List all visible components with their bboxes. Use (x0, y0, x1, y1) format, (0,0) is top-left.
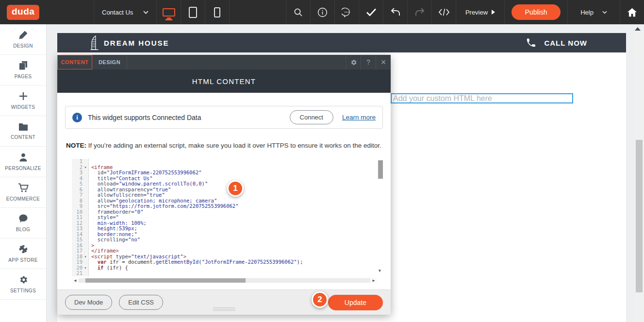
home-button[interactable] (620, 0, 644, 24)
page-scrollbar-thumb[interactable] (636, 140, 643, 292)
code-icon (438, 8, 450, 17)
redo-icon (414, 7, 425, 17)
sidebar-item-ecommerce[interactable]: ECOMMERCE (0, 177, 46, 208)
annotation-step-1: 1 (227, 180, 244, 197)
connect-button[interactable]: Connect (290, 110, 333, 124)
pages-icon (18, 61, 28, 70)
code-editor[interactable]: 12▾<iframe3 id="JotFormIFrame-2207525539… (72, 158, 383, 283)
page-scroll-up-arrow[interactable] (632, 26, 643, 32)
sidebar-item-design[interactable]: DESIGN (0, 24, 46, 55)
comments-button[interactable] (334, 0, 359, 24)
sidebar-item-content[interactable]: CONTENT (0, 116, 46, 147)
info-icon (317, 7, 328, 17)
cart-icon (18, 183, 29, 193)
play-icon (492, 10, 495, 15)
sidebar-item-label: APP STORE (8, 257, 37, 263)
dialog-close-button[interactable]: × (376, 55, 391, 69)
preview-button[interactable]: Preview (456, 0, 504, 24)
sidebar-item-label: BLOG (16, 227, 30, 232)
triangle-down-icon[interactable]: ▼ (379, 269, 381, 273)
chevron-down-icon (602, 11, 607, 14)
folder-icon (18, 123, 28, 131)
redo-button[interactable] (407, 0, 431, 24)
editor-sidebar: DESIGN PAGES WIDGETS CONTENT PERSONALIZE… (0, 24, 47, 322)
search-icon (294, 8, 303, 17)
triangle-up-icon (635, 27, 641, 31)
code-vertical-scrollbar[interactable]: ▼ (378, 159, 383, 277)
code-hscroll-track[interactable] (79, 278, 370, 283)
dialog-title: HTML CONTENT (57, 69, 391, 93)
gear-icon (350, 59, 357, 66)
connected-data-text: This widget supports Connected Data (88, 114, 201, 121)
dream-house-logo-icon (89, 35, 100, 50)
puzzle-icon (18, 244, 28, 254)
home-icon (627, 8, 637, 17)
check-icon (366, 8, 377, 17)
dialog-settings-button[interactable] (346, 55, 361, 69)
update-button[interactable]: Update (328, 295, 383, 310)
html-widget-placeholder: Add your custom HTML here (393, 94, 492, 103)
html-widget-selection[interactable]: Add your custom HTML here (391, 93, 573, 103)
connected-data-banner: i This widget supports Connected Data Co… (65, 106, 383, 129)
call-now-button[interactable]: CALL NOW (526, 37, 587, 48)
comment-bubble-icon (342, 7, 352, 17)
tablet-icon (189, 7, 197, 18)
duda-logo-badge: duda (7, 5, 39, 20)
mobile-view-button[interactable] (205, 0, 229, 24)
page-selector-label: Contact Us (102, 9, 133, 16)
sidebar-item-pages[interactable]: PAGES (0, 55, 46, 85)
sidebar-item-label: ECOMMERCE (6, 196, 40, 202)
sidebar-item-settings[interactable]: SETTINGS (0, 269, 46, 300)
dialog-help-button[interactable]: ? (361, 55, 376, 69)
code-horizontal-scrollbar[interactable]: ◀ ▶ (72, 277, 377, 283)
publish-cell: Publish (504, 0, 567, 24)
sidebar-item-label: DESIGN (13, 43, 33, 49)
gear-icon (18, 275, 28, 285)
sidebar-item-blog[interactable]: BLOG (0, 208, 46, 238)
sidebar-item-label: SETTINGS (10, 288, 36, 293)
site-brand: DREAM HOUSE (104, 39, 169, 47)
code-hscroll-thumb[interactable] (85, 278, 246, 283)
sidebar-item-app-store[interactable]: APP STORE (0, 238, 46, 269)
tab-design[interactable]: DESIGN (92, 55, 127, 69)
triangle-left-icon[interactable]: ◀ (72, 278, 79, 283)
https-note: NOTE: If you’re adding an external scrip… (66, 142, 381, 149)
learn-more-link[interactable]: Learn more (342, 114, 376, 121)
code-lines[interactable]: 12▾<iframe3 id="JotFormIFrame-2207525539… (72, 159, 377, 277)
speech-bubble-icon (18, 214, 28, 223)
dialog-resize-handle[interactable] (213, 306, 235, 312)
call-now-label: CALL NOW (544, 39, 587, 47)
chevron-down-icon (143, 11, 149, 14)
sidebar-item-label: PERSONALIZE (5, 166, 41, 171)
publish-button[interactable]: Publish (512, 4, 561, 20)
sidebar-item-widgets[interactable]: WIDGETS (0, 85, 46, 116)
undo-button[interactable] (383, 0, 407, 24)
mobile-icon (214, 7, 220, 17)
code-view-button[interactable] (431, 0, 456, 24)
topbar-spacer (229, 0, 286, 24)
search-button[interactable] (286, 0, 310, 24)
edit-css-button[interactable]: Edit CSS (119, 295, 163, 310)
site-header: DREAM HOUSE CALL NOW (57, 33, 626, 52)
annotation-step-2: 2 (312, 291, 328, 308)
info-icon: i (72, 113, 82, 122)
help-label: Help (580, 9, 594, 16)
desktop-view-button[interactable] (156, 0, 181, 24)
sidebar-item-personalize[interactable]: PERSONALIZE (0, 147, 46, 177)
note-text: If you’re adding an external script, mak… (86, 142, 381, 149)
undo-icon (390, 7, 401, 17)
code-vscroll-thumb[interactable] (378, 160, 383, 179)
close-icon: × (381, 57, 386, 68)
brush-icon (18, 30, 28, 40)
page-scrollbar[interactable] (633, 32, 644, 322)
person-icon (18, 153, 28, 162)
triangle-right-icon[interactable]: ▶ (370, 278, 377, 283)
check-button[interactable] (359, 0, 383, 24)
info-button[interactable] (310, 0, 334, 24)
dev-mode-button[interactable]: Dev Mode (65, 295, 112, 310)
tablet-view-button[interactable] (181, 0, 205, 24)
help-dropdown[interactable]: Help (567, 0, 620, 24)
page-selector-dropdown[interactable]: Contact Us (94, 0, 156, 24)
plus-icon (18, 91, 28, 101)
tab-content[interactable]: CONTENT (57, 55, 92, 69)
